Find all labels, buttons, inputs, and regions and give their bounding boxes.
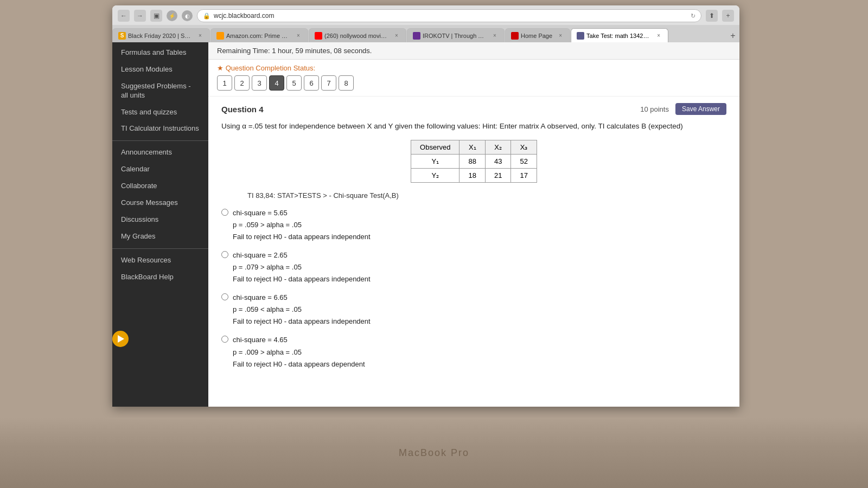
completion-label: ★ Question Completion Status: — [217, 64, 731, 72]
macbook-label: MacBook Pro — [399, 447, 469, 459]
question-num-6[interactable]: 6 — [304, 75, 319, 91]
ti-note: TI 83,84: STAT>TESTS > - Chi-square Test… — [247, 191, 726, 200]
sidebar-divider-2 — [112, 248, 208, 249]
tab-favicon-t2 — [216, 32, 224, 40]
sidebar-item-web_resources[interactable]: Web Resources — [112, 252, 208, 269]
sidebar-item-ti[interactable]: TI Calculator Instructions — [112, 120, 208, 137]
table-cell-0-2: 52 — [511, 154, 537, 168]
sidebar-item-bb_help[interactable]: BlackBoard Help — [112, 269, 208, 286]
save-answer-button[interactable]: Save Answer — [675, 103, 726, 115]
tab-label-t4: IROKOTV | Through The Wire — [423, 33, 487, 39]
radio-opt4[interactable] — [221, 336, 228, 343]
address-text: wcjc.blackboard.com — [214, 12, 274, 20]
answer-text-opt1: chi-square = 5.65p = .059 > alpha = .05F… — [233, 207, 371, 243]
table-header-3: X₃ — [511, 140, 537, 154]
radio-opt3[interactable] — [221, 293, 228, 300]
answer-options: chi-square = 5.65p = .059 > alpha = .05F… — [221, 207, 726, 370]
table-row-1: Y₂182117 — [411, 168, 537, 182]
question-completion-section: ★ Question Completion Status: 12345678 — [208, 60, 739, 97]
question-num-7[interactable]: 7 — [321, 75, 336, 91]
table-cell-1-0: 18 — [459, 168, 485, 182]
remaining-time-label: Remaining Time: — [217, 47, 270, 55]
answer-option-opt3: chi-square = 6.65p = .059 < alpha = .05F… — [221, 292, 726, 328]
answer-option-opt2: chi-square = 2.65p = .079 > alpha = .05F… — [221, 249, 726, 285]
share-button[interactable]: ⬆ — [706, 10, 718, 22]
question-area: Question 4 10 points Save Answer Using α… — [208, 97, 739, 383]
table-header-2: X₂ — [485, 140, 510, 154]
sidebar-item-calendar[interactable]: Calendar — [112, 161, 208, 178]
browser-content: Formulas and TablesLesson ModulesSuggest… — [112, 42, 739, 407]
play-icon — [118, 335, 124, 343]
sidebar-item-grades[interactable]: My Grades — [112, 228, 208, 245]
bookmark-button[interactable]: + — [722, 10, 734, 22]
refresh-icon[interactable]: ↻ — [691, 12, 695, 20]
question-num-2[interactable]: 2 — [234, 75, 250, 91]
answer-option-opt1: chi-square = 5.65p = .059 > alpha = .05F… — [221, 207, 726, 243]
remaining-time-bar: Remaining Time: 1 hour, 59 minutes, 08 s… — [208, 42, 739, 60]
tab-close-t2[interactable]: × — [295, 32, 302, 40]
sidebar-item-course_messages[interactable]: Course Messages — [112, 195, 208, 211]
question-num-3[interactable]: 3 — [252, 75, 267, 91]
lock-icon: 🔒 — [203, 12, 210, 20]
forward-button[interactable]: → — [134, 10, 146, 22]
table-cell-0-1: 43 — [485, 154, 510, 168]
question-title: Question 4 — [221, 105, 264, 114]
sidebar-item-discussions[interactable]: Discussions — [112, 211, 208, 228]
remaining-time-value: 1 hour, 59 minutes, 08 seconds. — [272, 47, 372, 55]
radio-opt1[interactable] — [221, 209, 228, 216]
browser-window: ← → ▣ ⚡ ◐ 🔒 wcjc.blackboard.com ↻ ⬆ + SB… — [112, 5, 739, 407]
tab-close-t3[interactable]: × — [393, 32, 400, 40]
sidebar-divider-1 — [112, 140, 208, 141]
macbook-bottom-bar: MacBook Pro — [0, 418, 868, 488]
tab-label-t5: Home Page — [521, 33, 552, 39]
question-numbers: 12345678 — [217, 75, 731, 91]
extension-icon-2[interactable]: ◐ — [182, 10, 193, 21]
sidebar-item-lessons[interactable]: Lesson Modules — [112, 61, 208, 78]
question-num-1[interactable]: 1 — [217, 75, 232, 91]
points-label: 10 points — [640, 105, 669, 113]
address-bar[interactable]: 🔒 wcjc.blackboard.com ↻ — [197, 9, 701, 22]
answer-option-opt4: chi-square = 4.65p = .009 > alpha = .05F… — [221, 334, 726, 370]
play-button[interactable] — [112, 331, 129, 347]
tab-close-t1[interactable]: × — [196, 32, 204, 40]
tab-close-t6[interactable]: × — [655, 32, 662, 40]
browser-controls: ← → ▣ ⚡ ◐ 🔒 wcjc.blackboard.com ↻ ⬆ + — [112, 5, 739, 25]
reader-button[interactable]: ▣ — [150, 10, 162, 22]
question-num-8[interactable]: 8 — [339, 75, 354, 91]
browser-tab-t2[interactable]: Amazon.com: Prime Video: Pri...× — [210, 28, 308, 42]
question-text: Using α =.05 test for independence betwe… — [221, 120, 726, 132]
table-row-label-1: Y₂ — [411, 168, 459, 182]
sidebar-item-suggested[interactable]: Suggested Problems - all units — [112, 78, 208, 104]
question-header: Question 4 10 points Save Answer — [221, 103, 726, 115]
question-num-4[interactable]: 4 — [269, 75, 284, 91]
browser-tab-t5[interactable]: Home Page× — [505, 28, 570, 42]
answer-text-opt4: chi-square = 4.65p = .009 > alpha = .05F… — [233, 334, 365, 370]
table-row-label-0: Y₁ — [411, 154, 459, 168]
extension-icon-1[interactable]: ⚡ — [167, 10, 177, 21]
browser-chrome: ← → ▣ ⚡ ◐ 🔒 wcjc.blackboard.com ↻ ⬆ + SB… — [112, 5, 739, 42]
main-content: Remaining Time: 1 hour, 59 minutes, 08 s… — [208, 42, 739, 407]
sidebar: Formulas and TablesLesson ModulesSuggest… — [112, 42, 208, 407]
data-table: ObservedX₁X₂X₃ Y₁884352Y₂182117 — [411, 140, 537, 183]
sidebar-item-collaborate[interactable]: Collaborate — [112, 178, 208, 195]
tab-close-t5[interactable]: × — [557, 32, 564, 40]
radio-opt2[interactable] — [221, 251, 228, 258]
browser-tab-t1[interactable]: SBlack Friday 2020 | Shop Tren...× — [112, 28, 210, 42]
tab-favicon-t5 — [511, 32, 519, 40]
browser-tab-t3[interactable]: (260) nollywood movies 2020...× — [309, 28, 406, 42]
new-tab-button[interactable]: + — [726, 29, 739, 42]
back-button[interactable]: ← — [118, 10, 130, 22]
question-num-5[interactable]: 5 — [286, 75, 302, 91]
tab-label-t6: Take Test: math 1342 unit 4 qu... — [586, 33, 650, 39]
tab-favicon-t1: S — [118, 32, 126, 40]
browser-tab-t4[interactable]: IROKOTV | Through The Wire× — [407, 28, 505, 42]
sidebar-item-formulas[interactable]: Formulas and Tables — [112, 44, 208, 61]
tab-close-t4[interactable]: × — [491, 32, 499, 40]
browser-tab-t6[interactable]: Take Test: math 1342 unit 4 qu...× — [571, 28, 668, 42]
sidebar-item-tests[interactable]: Tests and quizzes — [112, 104, 208, 121]
answer-text-opt3: chi-square = 6.65p = .059 < alpha = .05F… — [233, 292, 371, 328]
sidebar-item-announcements[interactable]: Announcements — [112, 144, 208, 161]
table-header-0: Observed — [411, 140, 459, 154]
tab-label-t3: (260) nollywood movies 2020... — [324, 33, 388, 39]
tab-favicon-t6 — [577, 32, 584, 40]
